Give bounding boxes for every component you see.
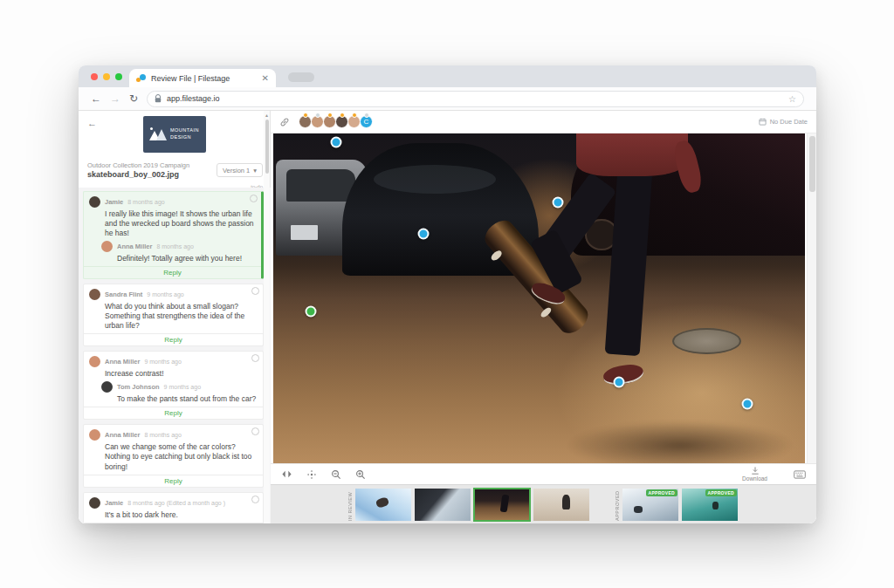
- filmstrip-group-label: APPROVED: [615, 489, 620, 521]
- reply-button[interactable]: Reply: [84, 523, 263, 523]
- browser-window: Review File | Filestage ✕ ← → ↻ app.file…: [79, 65, 816, 523]
- resolve-checkbox[interactable]: [251, 354, 259, 362]
- status-dot: [303, 113, 308, 118]
- reply-author: Anna Miller: [117, 243, 152, 250]
- resolve-checkbox[interactable]: [251, 427, 259, 435]
- resolve-checkbox[interactable]: [251, 496, 259, 503]
- reply-button[interactable]: Reply: [84, 407, 263, 419]
- annotation-marker[interactable]: [552, 196, 563, 208]
- reviewer-avatar[interactable]: [299, 115, 312, 128]
- zoom-out-icon[interactable]: [331, 469, 341, 480]
- back-to-project-icon[interactable]: ←: [87, 118, 97, 128]
- viewer-scrollbar[interactable]: [807, 133, 816, 463]
- calendar-icon: [759, 118, 767, 126]
- annotation-marker[interactable]: [417, 229, 429, 240]
- reply-text: Definitely! Totally agree with you here!: [117, 254, 256, 263]
- browser-tabbar: Review File | Filestage ✕: [79, 65, 816, 87]
- reviewer-avatar[interactable]: [347, 115, 361, 128]
- reviewer-avatar[interactable]: [311, 115, 324, 128]
- due-date-label: No Due Date: [770, 118, 808, 126]
- approved-badge: APPROVED: [705, 489, 737, 496]
- comment-text: Can we change some of the car colors? No…: [105, 442, 258, 471]
- avatar: [89, 429, 100, 441]
- comment-card[interactable]: Jamie8 months agoI really like this imag…: [83, 191, 264, 279]
- download-button[interactable]: Download: [742, 467, 767, 482]
- forward-icon[interactable]: →: [110, 93, 120, 104]
- reviewer-avatar-initial[interactable]: C: [360, 115, 373, 128]
- status-dot: [352, 113, 357, 118]
- comment-card[interactable]: Anna Miller9 months agoIncrease contrast…: [83, 351, 264, 420]
- file-meta: Outdoor Collection 2019 Campaign skatebo…: [79, 160, 270, 179]
- due-date[interactable]: No Due Date: [759, 118, 808, 126]
- brand-logo-text: MOUNTAIN DESIGN: [170, 127, 200, 140]
- file-thumbnail-snow-boots[interactable]: [415, 489, 471, 521]
- comment-author: Anna Miller: [105, 358, 140, 366]
- browser-tab[interactable]: Review File | Filestage ✕: [129, 69, 276, 87]
- avatar: [89, 356, 100, 367]
- bookmark-star-icon[interactable]: ☆: [788, 94, 796, 104]
- zoom-in-icon[interactable]: [355, 469, 366, 480]
- annotation-marker[interactable]: [306, 305, 317, 317]
- comment-card[interactable]: Anna Miller8 months agoCan we change som…: [83, 424, 264, 487]
- reply-button[interactable]: Reply: [84, 333, 263, 345]
- refresh-icon[interactable]: ↻: [129, 93, 138, 104]
- file-thumbnail-surfer[interactable]: APPROVED: [682, 489, 738, 521]
- window-minimize-button[interactable]: [103, 73, 110, 80]
- file-viewer[interactable]: [271, 133, 816, 463]
- review-image[interactable]: [273, 133, 805, 463]
- back-icon[interactable]: ←: [91, 93, 101, 104]
- filestage-app: ← MOUNTAIN DESIGN Outdoor Collection 201…: [79, 111, 816, 523]
- comments-scrollbar[interactable]: ▲: [264, 111, 270, 523]
- resolve-checkbox[interactable]: [250, 195, 258, 202]
- share-link-icon[interactable]: [279, 117, 290, 127]
- comment-text: What do you think about a small slogan? …: [105, 302, 258, 331]
- reply-button[interactable]: Reply: [84, 475, 263, 487]
- address-input[interactable]: app.filestage.io ☆: [147, 91, 804, 107]
- resolve-checkbox[interactable]: [251, 287, 259, 295]
- avatar: [89, 196, 100, 208]
- status-dot: [315, 113, 320, 118]
- reviewer-avatar[interactable]: [323, 115, 336, 128]
- sidebar-header: ← MOUNTAIN DESIGN: [79, 111, 270, 160]
- reviewer-avatar[interactable]: [335, 115, 348, 128]
- annotation-marker[interactable]: [742, 399, 753, 410]
- approved-badge: APPROVED: [646, 489, 677, 496]
- comment-text: It's a bit too dark here.: [105, 510, 258, 520]
- viewer-scrollbar-thumb[interactable]: [809, 136, 815, 192]
- tab-close-icon[interactable]: ✕: [262, 73, 269, 83]
- comment-card[interactable]: Sandra Flint9 months agoWhat do you thin…: [83, 284, 264, 346]
- annotation-marker[interactable]: [613, 377, 624, 388]
- avatar: [101, 381, 113, 393]
- version-dropdown[interactable]: Version 1 ▾: [217, 163, 263, 177]
- scrollbar-thumb[interactable]: [265, 120, 269, 174]
- comment-timestamp: 8 months ago (Edited a month ago ): [127, 500, 225, 506]
- file-thumbnail-ski-mountain[interactable]: APPROVED: [622, 489, 678, 521]
- annotation-marker[interactable]: [330, 136, 341, 147]
- avatar: [89, 289, 100, 300]
- fit-width-icon[interactable]: [281, 469, 292, 479]
- comment-timestamp: 9 months ago: [147, 291, 183, 297]
- keyboard-shortcuts-icon[interactable]: [794, 470, 806, 479]
- filmstrip-group: APPROVEDAPPROVEDAPPROVED: [612, 489, 741, 521]
- comment-card[interactable]: Jamie8 months ago (Edited a month ago )I…: [83, 492, 264, 523]
- file-thumbnail-snowboarder[interactable]: [355, 489, 411, 521]
- comment-author: Jamie: [105, 499, 123, 507]
- window-zoom-button[interactable]: [115, 73, 122, 80]
- lock-icon: [155, 94, 162, 103]
- comment-timestamp: 8 months ago: [127, 199, 164, 205]
- file-thumbnail-skateboard[interactable]: [474, 489, 530, 521]
- status-dot: [340, 113, 345, 118]
- window-close-button[interactable]: [91, 73, 98, 80]
- avatar: [89, 497, 100, 509]
- scroll-up-icon[interactable]: ▲: [265, 113, 269, 118]
- desktop-background: Review File | Filestage ✕ ← → ↻ app.file…: [0, 0, 894, 588]
- file-filmstrip: IN REVIEWAPPROVEDAPPROVEDAPPROVED: [271, 484, 816, 523]
- status-dot: [327, 113, 333, 118]
- comment-reply: Tom Johnson9 months agoTo make the pants…: [101, 381, 258, 404]
- reply-button[interactable]: Reply: [84, 266, 261, 278]
- reply-timestamp: 8 months ago: [156, 243, 193, 250]
- new-tab-button[interactable]: [288, 72, 314, 82]
- pan-icon[interactable]: [306, 469, 317, 480]
- file-thumbnail-beach-runner[interactable]: [533, 489, 589, 521]
- reply-text: To make the pants stand out from the car…: [117, 394, 258, 404]
